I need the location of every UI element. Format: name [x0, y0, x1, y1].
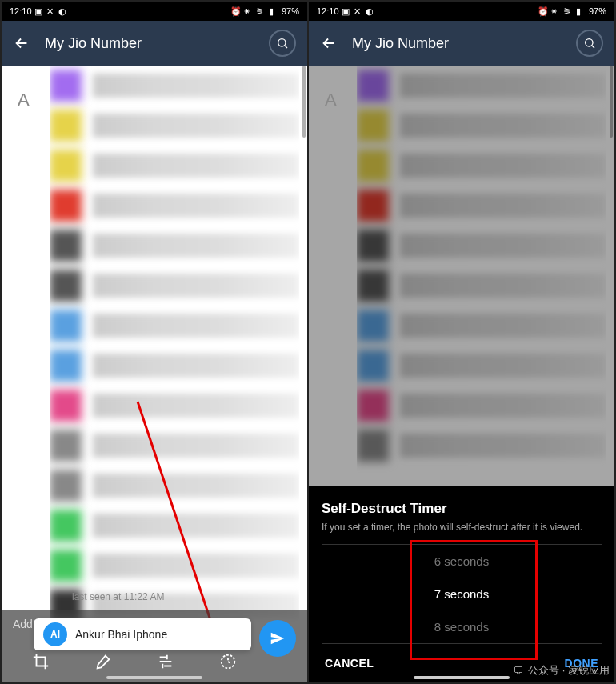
app-icon: ▣	[342, 6, 351, 16]
list-item[interactable]	[50, 506, 299, 546]
app-icon: ✕	[46, 6, 56, 16]
battery-text: 97%	[589, 6, 606, 16]
search-button[interactable]	[576, 30, 603, 57]
tool-row	[2, 646, 307, 678]
list-item[interactable]	[50, 426, 299, 466]
list-item[interactable]	[50, 226, 299, 266]
reply-avatar: AI	[43, 622, 67, 646]
watermark-text: 公众号 · 凌锐应用	[528, 663, 610, 678]
self-destruct-sheet: Self-Destruct Timer If you set a timer, …	[309, 486, 614, 682]
contact-list	[50, 66, 299, 682]
svg-point-0	[278, 39, 286, 46]
watermark: 🗨 公众号 · 凌锐应用	[513, 663, 610, 678]
section-letter: A	[325, 90, 337, 110]
back-icon[interactable]	[320, 34, 338, 52]
app-title: My Jio Number	[45, 35, 254, 52]
app-icon: ◐	[58, 6, 68, 16]
status-right: ⏰ ⁕ ⚞ ▮ 97%	[230, 6, 299, 16]
signal-icon: ▮	[269, 6, 278, 16]
alarm-icon: ⏰	[230, 6, 240, 16]
timer-picker[interactable]: 6 seconds 7 seconds 8 seconds	[322, 544, 602, 644]
brush-icon[interactable]	[93, 651, 114, 672]
app-icon: ✕	[354, 6, 363, 16]
wifi-icon: ⚞	[563, 6, 573, 16]
content-area: A last seen at 11:22 AM	[2, 66, 307, 682]
app-bar: My Jio Number	[2, 21, 307, 66]
bluetooth-icon: ⁕	[243, 6, 253, 16]
svg-point-3	[586, 39, 593, 46]
phone-left: 12:10 ▣ ✕ ◐ ⏰ ⁕ ⚞ ▮ 97% My Jio Number A …	[2, 2, 307, 682]
status-time: 12:10	[10, 6, 32, 16]
tune-icon[interactable]	[155, 651, 176, 672]
last-seen-text: last seen at 11:22 AM	[72, 591, 164, 602]
signal-icon: ▮	[576, 6, 586, 16]
cancel-button[interactable]: CANCEL	[325, 657, 374, 670]
bluetooth-icon: ⁕	[550, 6, 560, 16]
sheet-title: Self-Destruct Timer	[322, 501, 602, 517]
send-button[interactable]	[259, 620, 296, 657]
status-bar: 12:10 ▣ ✕ ◐ ⏰ ⁕ ⚞ ▮ 97%	[2, 2, 307, 21]
nav-indicator	[414, 676, 510, 679]
annotation-box	[410, 540, 538, 660]
list-item[interactable]	[50, 106, 299, 146]
section-letter: A	[18, 90, 30, 110]
alarm-icon: ⏰	[538, 6, 547, 16]
status-left: 12:10 ▣ ✕ ◐	[10, 6, 68, 16]
list-item[interactable]	[50, 546, 299, 586]
reply-name: Ankur Bhai Iphone	[75, 628, 167, 641]
status-left: 12:10 ▣ ✕ ◐	[317, 6, 375, 16]
list-item[interactable]	[50, 146, 299, 186]
crop-icon[interactable]	[30, 651, 51, 672]
app-icon: ▣	[34, 6, 44, 16]
status-time: 12:10	[317, 6, 339, 16]
wifi-icon: ⚞	[256, 6, 266, 16]
app-bar: My Jio Number	[309, 21, 614, 66]
back-icon[interactable]	[13, 34, 30, 52]
app-icon: ◐	[366, 6, 375, 16]
phone-right: 12:10 ▣ ✕ ◐ ⏰ ⁕ ⚞ ▮ 97% My Jio Number A …	[309, 2, 614, 682]
list-item[interactable]	[50, 186, 299, 226]
timer-icon[interactable]	[218, 651, 238, 672]
status-right: ⏰ ⁕ ⚞ ▮ 97%	[538, 6, 606, 16]
list-item[interactable]	[50, 66, 299, 106]
editor-bar: Add a caption... AI Ankur Bhai Iphone	[2, 610, 307, 682]
list-item[interactable]	[50, 346, 299, 386]
sheet-description: If you set a timer, the photo will self-…	[322, 522, 602, 533]
nav-indicator	[106, 676, 202, 679]
wechat-icon: 🗨	[513, 665, 523, 677]
battery-text: 97%	[282, 6, 299, 16]
search-button[interactable]	[269, 30, 296, 57]
list-item[interactable]	[50, 386, 299, 426]
list-item[interactable]	[50, 306, 299, 346]
list-item[interactable]	[50, 266, 299, 306]
status-bar: 12:10 ▣ ✕ ◐ ⏰ ⁕ ⚞ ▮ 97%	[309, 2, 614, 21]
list-item[interactable]	[50, 466, 299, 506]
scrollbar[interactable]	[302, 66, 306, 138]
app-title: My Jio Number	[352, 35, 562, 52]
